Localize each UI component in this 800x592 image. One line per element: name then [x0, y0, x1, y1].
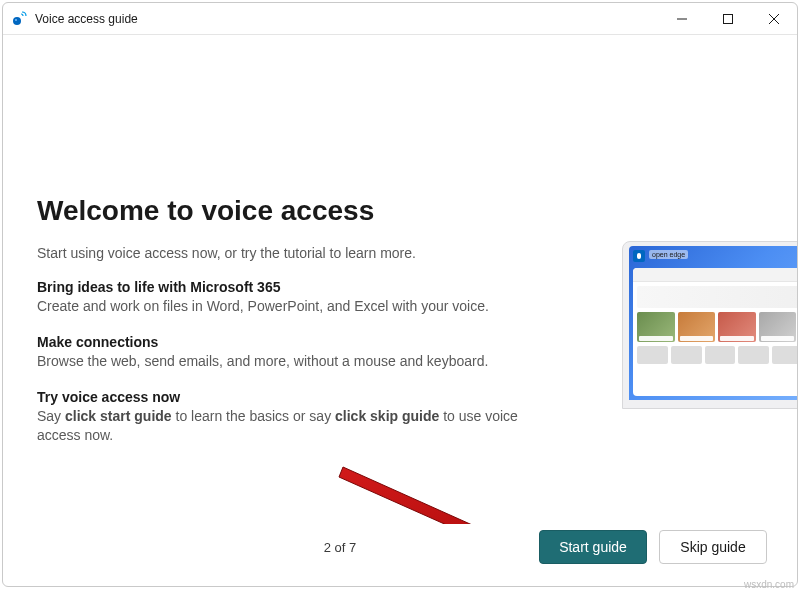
minimize-button[interactable]: [659, 3, 705, 35]
svg-rect-3: [724, 14, 733, 23]
text-fragment: Say: [37, 408, 65, 424]
section-body: Browse the web, send emails, and more, w…: [37, 352, 557, 371]
text-bold: click skip guide: [335, 408, 439, 424]
section-title: Make connections: [37, 334, 557, 350]
edge-command-label: open edge: [649, 250, 688, 259]
laptop-graphic: open edge Poodle: [622, 241, 797, 409]
section-connections: Make connections Browse the web, send em…: [37, 334, 557, 371]
section-body: Say click start guide to learn the basic…: [37, 407, 557, 445]
start-guide-button[interactable]: Start guide: [539, 530, 647, 564]
annotation-arrow-icon: [333, 455, 573, 524]
text-fragment: to learn the basics or say: [172, 408, 335, 424]
watermark: wsxdn.com: [744, 579, 794, 590]
window-title: Voice access guide: [35, 12, 138, 26]
svg-point-0: [13, 17, 21, 25]
titlebar: Voice access guide: [3, 3, 797, 35]
skip-guide-button[interactable]: Skip guide: [659, 530, 767, 564]
svg-point-1: [15, 19, 17, 21]
mic-icon: [633, 250, 645, 262]
browser-mock: Poodle: [633, 268, 797, 396]
text-bold: click start guide: [65, 408, 172, 424]
section-body: Create and work on files in Word, PowerP…: [37, 297, 557, 316]
section-try-now: Try voice access now Say click start gui…: [37, 389, 557, 445]
section-microsoft365: Bring ideas to life with Microsoft 365 C…: [37, 279, 557, 316]
page-heading: Welcome to voice access: [37, 195, 763, 227]
content-area: Welcome to voice access Start using voic…: [3, 35, 797, 524]
page-indicator: 2 of 7: [153, 540, 527, 555]
tutorial-illustration: open edge Poodle: [622, 241, 797, 417]
section-title: Bring ideas to life with Microsoft 365: [37, 279, 557, 295]
footer: 2 of 7 Start guide Skip guide: [3, 524, 797, 586]
maximize-button[interactable]: [705, 3, 751, 35]
close-button[interactable]: [751, 3, 797, 35]
section-title: Try voice access now: [37, 389, 557, 405]
voice-access-icon: [11, 11, 27, 27]
app-window: Voice access guide Welcome to voice acce…: [2, 2, 798, 587]
